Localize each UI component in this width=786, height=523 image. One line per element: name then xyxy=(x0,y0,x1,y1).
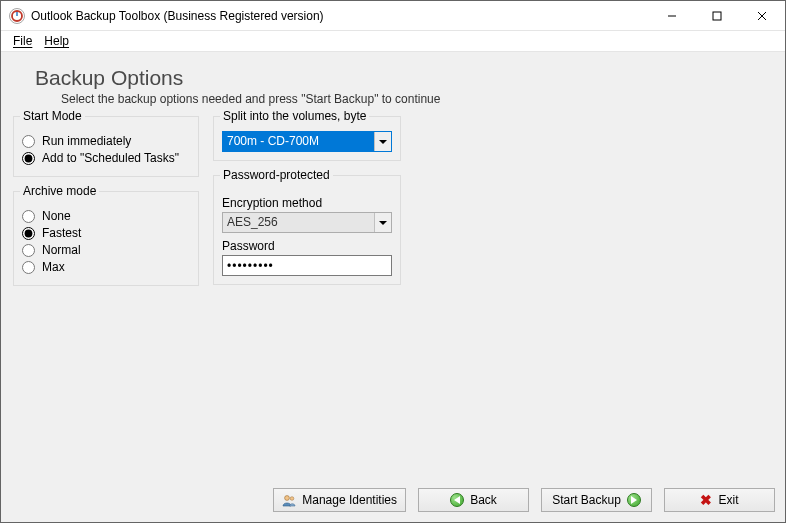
radio-archive-fastest-input[interactable] xyxy=(22,227,35,240)
people-icon xyxy=(282,493,296,507)
svg-point-5 xyxy=(285,496,290,501)
encryption-label: Encryption method xyxy=(222,196,392,210)
svg-rect-2 xyxy=(713,12,721,20)
radio-scheduled-label: Add to "Scheduled Tasks" xyxy=(42,151,179,165)
exit-label: Exit xyxy=(718,493,738,507)
radio-archive-normal[interactable]: Normal xyxy=(22,243,190,257)
start-mode-group: Start Mode Run immediately Add to "Sched… xyxy=(13,116,199,177)
menu-bar: File Help xyxy=(1,31,785,51)
right-column: Split into the volumes, byte 700m - CD-7… xyxy=(213,116,401,470)
client-area: Backup Options Select the backup options… xyxy=(1,51,785,522)
password-label: Password xyxy=(222,239,392,253)
chevron-down-icon xyxy=(379,140,387,144)
encryption-value: AES_256 xyxy=(223,213,374,232)
start-mode-legend: Start Mode xyxy=(20,109,85,123)
radio-scheduled[interactable]: Add to "Scheduled Tasks" xyxy=(22,151,190,165)
maximize-button[interactable] xyxy=(694,1,739,30)
password-group: Password-protected Encryption method AES… xyxy=(213,175,401,285)
password-input[interactable] xyxy=(222,255,392,276)
chevron-down-icon xyxy=(379,221,387,225)
minimize-button[interactable] xyxy=(649,1,694,30)
manage-identities-button[interactable]: Manage Identities xyxy=(273,488,406,512)
radio-run-immediately-label: Run immediately xyxy=(42,134,131,148)
title-bar: Outlook Backup Toolbox (Business Registe… xyxy=(1,1,785,31)
radio-archive-fastest-label: Fastest xyxy=(42,226,81,240)
menu-help[interactable]: Help xyxy=(44,34,69,48)
page-header: Backup Options Select the backup options… xyxy=(1,52,785,116)
app-window: Outlook Backup Toolbox (Business Registe… xyxy=(0,0,786,523)
exit-button[interactable]: ✖ Exit xyxy=(664,488,775,512)
manage-identities-label: Manage Identities xyxy=(302,493,397,507)
close-icon: ✖ xyxy=(700,493,712,507)
archive-mode-group: Archive mode None Fastest Normal xyxy=(13,191,199,286)
radio-run-immediately[interactable]: Run immediately xyxy=(22,134,190,148)
split-volumes-chevron[interactable] xyxy=(374,132,391,151)
radio-archive-none-label: None xyxy=(42,209,71,223)
radio-archive-normal-label: Normal xyxy=(42,243,81,257)
menu-file[interactable]: File xyxy=(13,34,32,48)
start-backup-label: Start Backup xyxy=(552,493,621,507)
back-icon xyxy=(450,493,464,507)
button-bar: Manage Identities Back Start Backup ✖ Ex… xyxy=(1,478,785,522)
radio-archive-none[interactable]: None xyxy=(22,209,190,223)
close-button[interactable] xyxy=(739,1,785,30)
back-label: Back xyxy=(470,493,497,507)
radio-archive-normal-input[interactable] xyxy=(22,244,35,257)
password-legend: Password-protected xyxy=(220,168,333,182)
radio-scheduled-input[interactable] xyxy=(22,152,35,165)
encryption-combo[interactable]: AES_256 xyxy=(222,212,392,233)
radio-archive-none-input[interactable] xyxy=(22,210,35,223)
split-volumes-legend: Split into the volumes, byte xyxy=(220,109,369,123)
page-subtitle: Select the backup options needed and pre… xyxy=(61,92,767,106)
start-backup-button[interactable]: Start Backup xyxy=(541,488,652,512)
app-icon xyxy=(9,8,25,24)
forward-icon xyxy=(627,493,641,507)
svg-point-6 xyxy=(290,497,294,501)
radio-archive-max-input[interactable] xyxy=(22,261,35,274)
page-title: Backup Options xyxy=(35,66,767,90)
radio-archive-max[interactable]: Max xyxy=(22,260,190,274)
split-volumes-group: Split into the volumes, byte 700m - CD-7… xyxy=(213,116,401,161)
back-button[interactable]: Back xyxy=(418,488,529,512)
archive-mode-legend: Archive mode xyxy=(20,184,99,198)
content: Start Mode Run immediately Add to "Sched… xyxy=(1,116,785,478)
split-volumes-value: 700m - CD-700M xyxy=(223,132,374,151)
radio-archive-max-label: Max xyxy=(42,260,65,274)
encryption-chevron[interactable] xyxy=(374,213,391,232)
split-volumes-combo[interactable]: 700m - CD-700M xyxy=(222,131,392,152)
left-column: Start Mode Run immediately Add to "Sched… xyxy=(13,116,199,470)
radio-archive-fastest[interactable]: Fastest xyxy=(22,226,190,240)
radio-run-immediately-input[interactable] xyxy=(22,135,35,148)
window-title: Outlook Backup Toolbox (Business Registe… xyxy=(31,9,324,23)
